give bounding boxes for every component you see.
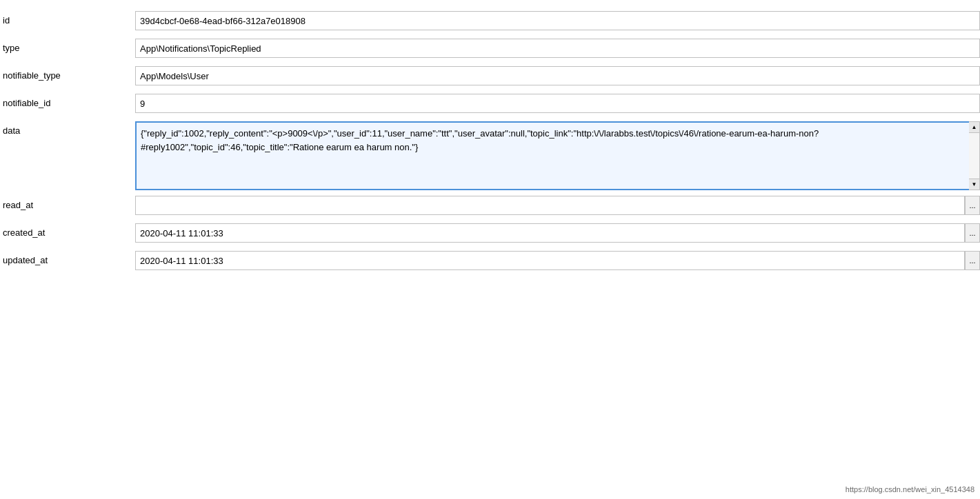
ellipsis-btn-read_at[interactable]: ...: [965, 196, 980, 215]
input-wrapper-data: ▲▼: [135, 121, 980, 190]
ellipsis-btn-updated_at[interactable]: ...: [965, 251, 980, 270]
label-data: data: [0, 119, 135, 143]
label-updated_at: updated_at: [0, 248, 135, 272]
label-created_at: created_at: [0, 221, 135, 245]
field-row-data: data▲▼: [0, 119, 980, 193]
input-updated_at[interactable]: [135, 251, 965, 270]
input-id[interactable]: [135, 11, 980, 30]
input-notifiable_type[interactable]: [135, 66, 980, 85]
footer-link[interactable]: https://blog.csdn.net/wei_xin_4514348: [846, 485, 974, 493]
input-type[interactable]: [135, 39, 980, 58]
label-notifiable_id: notifiable_id: [0, 91, 135, 115]
value-container-created_at: ...: [135, 221, 980, 245]
field-row-notifiable_id: notifiable_id: [0, 91, 980, 119]
value-container-notifiable_type: [135, 63, 980, 88]
value-container-data: ▲▼: [135, 119, 980, 193]
value-container-notifiable_id: [135, 91, 980, 116]
input-read_at[interactable]: [135, 196, 965, 215]
input-data[interactable]: [135, 121, 969, 190]
value-container-type: [135, 36, 980, 61]
value-container-updated_at: ...: [135, 248, 980, 273]
scroll-down-btn[interactable]: ▼: [969, 179, 979, 190]
record-form: idtypenotifiable_typenotifiable_iddata▲▼…: [0, 6, 980, 278]
label-read_at: read_at: [0, 193, 135, 217]
field-row-read_at: read_at...: [0, 193, 980, 221]
field-row-id: id: [0, 8, 980, 36]
value-container-read_at: ...: [135, 193, 980, 218]
label-type: type: [0, 36, 135, 60]
field-row-type: type: [0, 36, 980, 63]
input-created_at[interactable]: [135, 223, 965, 243]
scrollbar-data: ▲▼: [969, 121, 980, 190]
field-row-notifiable_type: notifiable_type: [0, 63, 980, 91]
ellipsis-btn-created_at[interactable]: ...: [965, 223, 980, 243]
field-row-updated_at: updated_at...: [0, 248, 980, 276]
input-notifiable_id[interactable]: [135, 94, 980, 113]
scroll-up-btn[interactable]: ▲: [969, 122, 979, 133]
label-id: id: [0, 8, 135, 32]
label-notifiable_type: notifiable_type: [0, 63, 135, 88]
field-row-created_at: created_at...: [0, 221, 980, 248]
value-container-id: [135, 8, 980, 33]
